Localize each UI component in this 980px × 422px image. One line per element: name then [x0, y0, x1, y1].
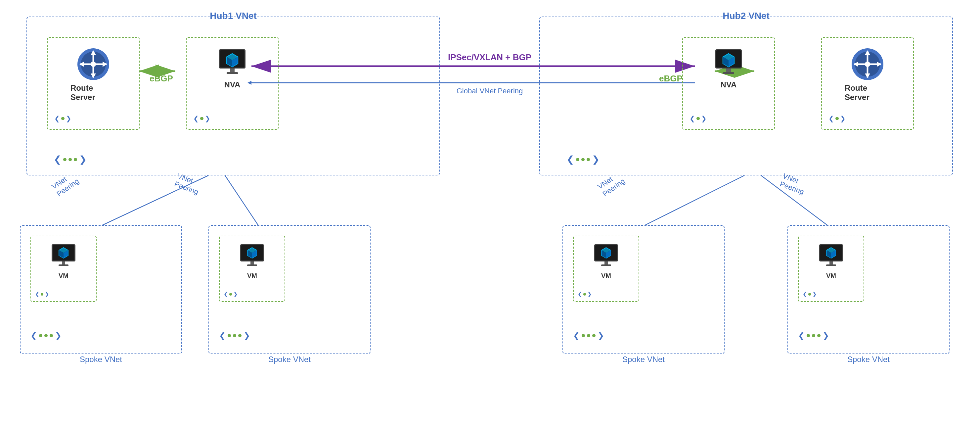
- hub1-nva-icon-wrapper: NVA: [217, 48, 247, 89]
- spoke3-vnet-box: VM ❮ ❯ ❮ ❯ Spoke VNet: [562, 225, 725, 354]
- hub2-route-server-icon-wrapper: Route Server: [845, 48, 890, 102]
- spoke2-label: Spoke VNet: [268, 355, 311, 364]
- hub2-nva-icon: [714, 48, 743, 78]
- svg-rect-71: [605, 261, 608, 265]
- hub2-route-server-box: Route Server ❮ ❯: [821, 37, 914, 130]
- svg-rect-80: [826, 264, 836, 266]
- spoke1-vnet-box: VM ❮ ❯ ❮ ❯ Spoke VNet: [20, 225, 182, 354]
- spoke2-bottom-dots: ❮ ❯: [219, 331, 250, 340]
- spoke3-label: Spoke VNet: [622, 355, 665, 364]
- spoke4-chevron: ❮ ❯: [803, 291, 816, 297]
- spoke3-vm-icon: [593, 243, 619, 269]
- hub1-route-server-icon: [77, 48, 110, 81]
- svg-rect-30: [230, 68, 235, 72]
- svg-line-12: [225, 175, 258, 225]
- spoke2-vm-icon: [239, 243, 265, 269]
- hub1-rs-chevron: ❮ ❯: [54, 115, 72, 123]
- hub2-nva-box: NVA ❮ ❯: [682, 37, 775, 130]
- spoke4-inner-box: VM ❮ ❯: [798, 236, 864, 302]
- spoke3-vm-label: VM: [601, 272, 611, 280]
- svg-point-48: [865, 62, 870, 67]
- svg-rect-63: [250, 261, 254, 265]
- spoke4-vnet-box: VM ❮ ❯ ❮ ❯ Spoke VNet: [788, 225, 950, 354]
- hub1-vnet-box: Hub1 VNet Route Server: [27, 16, 440, 175]
- spoke3-vm-icon-wrapper: VM: [593, 243, 619, 280]
- spoke1-label: Spoke VNet: [80, 355, 122, 364]
- hub1-ebgp-label: eBGP: [150, 73, 173, 84]
- hub2-bottom-dots: ❮ ❯: [566, 154, 600, 165]
- global-peering-label: Global VNet Peering: [364, 87, 616, 96]
- hub1-bottom-dots: ❮ ❯: [54, 154, 87, 165]
- hub2-nva-label: NVA: [721, 80, 737, 89]
- hub2-rs-chevron: ❮ ❯: [829, 115, 846, 123]
- hub2-route-server-icon: [851, 48, 884, 81]
- hub2-vnet-box: Hub2 VNet NVA ❮ ❯: [539, 16, 953, 175]
- spoke1-bottom-dots: ❮ ❯: [30, 331, 62, 340]
- spoke1-chevron: ❮ ❯: [35, 291, 49, 297]
- spoke3-chevron: ❮ ❯: [578, 291, 592, 297]
- hub2-label: Hub2 VNet: [722, 11, 770, 21]
- spoke2-inner-box: VM ❮ ❯: [219, 236, 285, 302]
- svg-rect-72: [601, 264, 611, 266]
- spoke2-chevron: ❮ ❯: [224, 291, 237, 297]
- spoke1-vm-label: VM: [59, 272, 68, 280]
- svg-rect-38: [726, 68, 731, 72]
- hub2-ebgp-label: eBGP: [659, 73, 682, 84]
- spoke4-vm-icon: [818, 243, 844, 269]
- svg-rect-55: [62, 261, 65, 265]
- svg-rect-79: [829, 261, 833, 265]
- svg-line-13: [645, 175, 745, 225]
- spoke2-vnet-box: VM ❮ ❯ ❮ ❯ Spoke VNet: [208, 225, 371, 354]
- hub1-route-server-icon-wrapper: Route Server: [70, 48, 116, 102]
- svg-rect-64: [247, 264, 257, 266]
- ipsec-bgp-label: IPSec/VXLAN + BGP: [347, 52, 632, 62]
- spoke3-inner-box: VM ❮ ❯: [573, 236, 639, 302]
- svg-point-23: [91, 62, 96, 67]
- spoke1-vm-icon-wrapper: VM: [50, 243, 77, 280]
- svg-rect-39: [723, 72, 734, 74]
- spoke1-vm-icon: [50, 243, 77, 269]
- hub2-route-server-label: Route Server: [845, 83, 890, 102]
- hub1-route-server-box: Route Server ❮ ❯: [47, 37, 140, 130]
- hub1-nva-box: NVA ❮ ❯: [186, 37, 278, 130]
- spoke4-label: Spoke VNet: [847, 355, 890, 364]
- svg-rect-31: [227, 72, 238, 74]
- spoke4-vm-label: VM: [826, 272, 836, 280]
- spoke4-bottom-dots: ❮ ❯: [798, 331, 829, 340]
- hub2-nva-icon-wrapper: NVA: [714, 48, 743, 89]
- hub1-nva-label: NVA: [224, 80, 240, 89]
- diagram-container: Hub1 VNet Route Server: [0, 0, 980, 422]
- hub1-route-server-label: Route Server: [70, 83, 116, 102]
- spoke4-vm-icon-wrapper: VM: [818, 243, 844, 280]
- spoke2-vm-label: VM: [247, 272, 257, 280]
- hub1-nva-chevron: ❮ ❯: [193, 115, 210, 123]
- spoke1-inner-box: VM ❮ ❯: [30, 236, 97, 302]
- hub2-nva-chevron: ❮ ❯: [689, 115, 707, 123]
- svg-rect-56: [59, 264, 68, 266]
- spoke2-vm-icon-wrapper: VM: [239, 243, 265, 280]
- hub1-label: Hub1 VNet: [210, 11, 257, 21]
- spoke3-bottom-dots: ❮ ❯: [573, 331, 604, 340]
- hub1-nva-icon: [217, 48, 247, 78]
